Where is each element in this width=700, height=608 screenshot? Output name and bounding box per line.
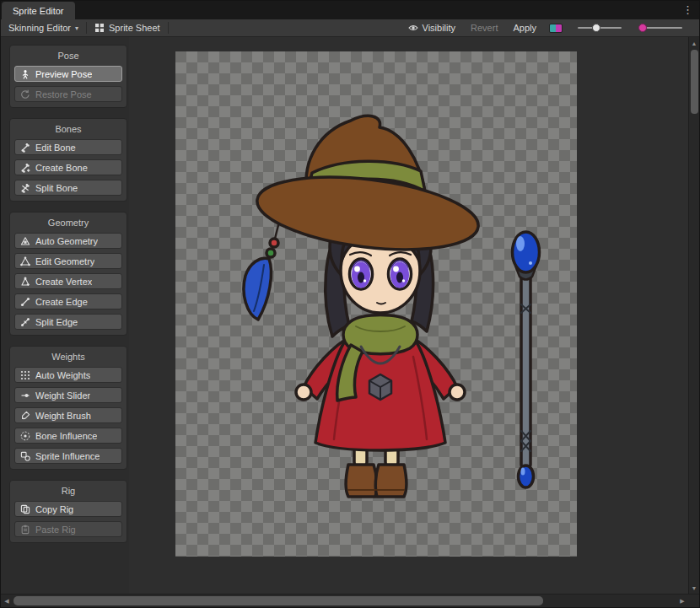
right-eye — [389, 259, 412, 289]
copy-rig-icon — [20, 504, 30, 514]
edit-bone-icon — [20, 143, 30, 153]
panel-title: Pose — [10, 48, 127, 66]
panel-title: Geometry — [10, 215, 127, 233]
create-edge-icon — [20, 297, 30, 307]
sprite-influence-icon — [20, 451, 30, 461]
preview-pose-icon — [20, 69, 30, 79]
weight-slider-icon — [20, 390, 30, 401]
bone-opacity-slider[interactable] — [638, 27, 682, 29]
paste-rig-button[interactable]: Paste Rig — [14, 521, 122, 537]
auto-geometry-icon — [20, 236, 30, 246]
scroll-left-icon[interactable]: ◀ — [1, 595, 13, 607]
preview-pose-button[interactable]: Preview Pose — [14, 66, 122, 82]
auto-geometry-button[interactable]: Auto Geometry — [14, 233, 122, 249]
split-bone-button[interactable]: Split Bone — [14, 180, 122, 196]
sprite-sheet-label: Sprite Sheet — [109, 23, 160, 33]
panel-title: Weights — [10, 349, 127, 367]
apply-label: Apply — [513, 23, 536, 33]
slider-handle-pink[interactable] — [638, 24, 647, 32]
sprite-opacity-slider[interactable] — [578, 27, 622, 29]
tab-sprite-editor[interactable]: Sprite Editor — [2, 2, 75, 19]
staff-sprite — [513, 232, 540, 487]
horizontal-scroll-thumb[interactable] — [13, 596, 543, 605]
mode-dropdown[interactable]: Skinning Editor ▾ — [1, 19, 86, 36]
main-area: Pose Preview Pose Restore Pose Bones Edi… — [1, 37, 699, 594]
slider-handle[interactable] — [592, 24, 600, 32]
create-bone-icon — [20, 163, 30, 173]
create-edge-button[interactable]: Create Edge — [14, 293, 122, 309]
panel-bones: Bones Edit Bone Create Bone Split Bone — [9, 118, 127, 202]
sprite-sheet-icon — [94, 23, 105, 33]
panel-pose: Pose Preview Pose Restore Pose — [9, 45, 127, 108]
paste-rig-icon — [20, 525, 30, 535]
sprite-influence-button[interactable]: Sprite Influence — [14, 448, 122, 464]
visibility-button[interactable]: Visibility — [401, 23, 464, 33]
bone-influence-button[interactable]: Bone Influence — [14, 428, 122, 444]
edit-bone-button[interactable]: Edit Bone — [14, 139, 122, 155]
toolbar-right: Visibility Revert Apply — [401, 23, 699, 33]
toolbar: Skinning Editor ▾ Sprite Sheet Visibilit… — [1, 19, 699, 37]
auto-weights-icon — [20, 370, 30, 380]
edit-geometry-button[interactable]: Edit Geometry — [14, 253, 122, 269]
tool-sidebar: Pose Preview Pose Restore Pose Bones Edi… — [1, 37, 129, 594]
sprite-canvas[interactable] — [175, 51, 577, 557]
edit-geometry-icon — [20, 256, 30, 266]
tab-strip: Sprite Editor ⋮ — [1, 1, 699, 19]
visibility-label: Visibility — [423, 23, 456, 33]
restore-pose-button[interactable]: Restore Pose — [14, 86, 122, 102]
revert-label: Revert — [471, 23, 498, 33]
panel-weights: Weights Auto Weights Weight Slider Weigh… — [9, 346, 127, 470]
scroll-up-icon[interactable]: ▲ — [689, 38, 699, 48]
split-edge-button[interactable]: Split Edge — [14, 314, 122, 330]
create-vertex-button[interactable]: Create Vertex — [14, 273, 122, 289]
color-swatch-icon[interactable] — [549, 24, 563, 33]
panel-rig: Rig Copy Rig Paste Rig — [9, 480, 127, 543]
sprite-editor-window: Sprite Editor ⋮ Skinning Editor ▾ Sprite… — [0, 0, 700, 608]
vertical-scroll-thumb[interactable] — [691, 50, 698, 114]
split-edge-icon — [20, 317, 30, 327]
witch-sprite — [244, 116, 482, 497]
restore-pose-icon — [20, 89, 30, 100]
bone-influence-icon — [20, 431, 30, 441]
chevron-down-icon: ▾ — [75, 24, 78, 32]
window-menu-icon[interactable]: ⋮ — [682, 3, 693, 18]
vertical-scrollbar[interactable]: ▲ ▼ — [688, 37, 699, 594]
create-bone-button[interactable]: Create Bone — [14, 159, 122, 175]
mode-dropdown-label: Skinning Editor — [8, 23, 71, 33]
horizontal-scrollbar[interactable]: ◀ ▶ — [1, 594, 699, 607]
weight-brush-button[interactable]: Weight Brush — [14, 407, 122, 423]
panel-title: Bones — [10, 121, 127, 139]
split-bone-icon — [20, 183, 30, 193]
sprite-sheet-button[interactable]: Sprite Sheet — [87, 19, 168, 36]
left-eye — [350, 259, 373, 289]
create-vertex-icon — [20, 277, 30, 287]
canvas-area — [129, 37, 688, 594]
copy-rig-button[interactable]: Copy Rig — [14, 501, 122, 517]
auto-weights-button[interactable]: Auto Weights — [14, 367, 122, 383]
tab-title: Sprite Editor — [13, 6, 64, 16]
scrollbar-corner — [688, 595, 699, 607]
weight-slider-button[interactable]: Weight Slider — [14, 387, 122, 403]
revert-button[interactable]: Revert — [463, 23, 505, 33]
sprite-character — [175, 51, 577, 557]
eye-icon — [408, 23, 418, 33]
scroll-down-icon[interactable]: ▼ — [689, 583, 699, 593]
scroll-right-icon[interactable]: ▶ — [676, 595, 688, 607]
weight-brush-icon — [20, 411, 30, 421]
apply-button[interactable]: Apply — [505, 23, 544, 33]
panel-title: Rig — [10, 483, 127, 501]
panel-geometry: Geometry Auto Geometry Edit Geometry Cre… — [9, 212, 127, 336]
toolbar-divider — [168, 22, 169, 34]
